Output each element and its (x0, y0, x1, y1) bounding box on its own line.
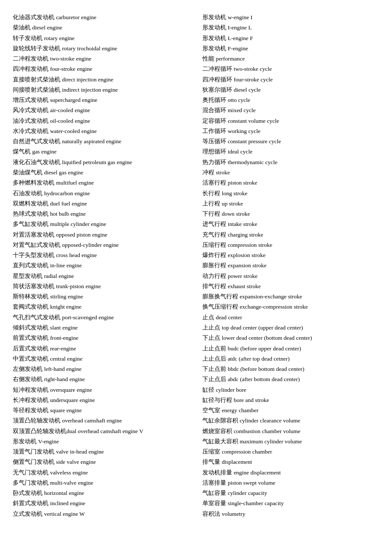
list-item: 空气室 energy chamber (202, 406, 379, 415)
list-item: 形发动机 I-engine L (202, 23, 379, 32)
list-item: 冲程 stroke (202, 168, 379, 177)
list-item: 奥托循环 otto cycle (202, 95, 379, 105)
list-item: 柴油机 diesel engine (13, 23, 190, 32)
list-item: 长行程 long stroke (202, 189, 379, 198)
list-item: 多种燃料发动机 multifuel engine (13, 178, 190, 188)
list-item: 多气门发动机 multi-valve engine (13, 478, 190, 488)
list-item: 斜置式发动机 inclined engine (13, 499, 190, 508)
list-item: 筒状活塞发动机 trunk-piston engine (13, 282, 190, 291)
list-item: 缸径 cylinder bore (202, 385, 379, 395)
list-item: 间接喷射式柴油机 indirect injection engine (13, 85, 190, 95)
list-item: 化油器式发动机 carburetor engine (13, 13, 190, 22)
list-item: 压缩室 compression chamber (202, 447, 379, 457)
list-item: 活塞排量 piston swept volume (202, 478, 379, 488)
list-item: 形发动机 F-engine (202, 44, 379, 53)
list-item: 狄塞尔循环 diesel cycle (202, 85, 379, 95)
list-item: 液化石油气发动机 liquified petroleum gas engine (13, 158, 190, 167)
list-item: 风冷式发动机 air-cooled engine (13, 106, 190, 115)
list-item: 燃烧室容积 combustion chamber volume (202, 427, 379, 436)
list-item: 下止点后 abdc (after bottom dead center) (202, 375, 379, 384)
list-item: 排气行程 exhaust stroke (202, 282, 379, 291)
list-item: 性能 performance (202, 54, 379, 64)
list-item: 等压循环 constant pressure cycle (202, 137, 379, 146)
list-item: 转子发动机 rotary engine (13, 34, 190, 43)
list-item: 倾斜式发动机 slant engine (13, 323, 190, 332)
list-item: 容积法 volumetry (202, 509, 379, 519)
list-item: 二冲程发动机 two-stroke engine (13, 54, 190, 64)
list-item: 斯特林发动机 stirling engine (13, 292, 190, 301)
list-item: 立式发动机 vertical engine W (13, 509, 190, 519)
list-item: 对置气缸式发动机 opposed-cylinder engine (13, 240, 190, 250)
right-column: 形发动机 w-engine I形发动机 I-engine L形发动机 L-eng… (198, 13, 379, 519)
list-item: 理想循环 ideal cycle (202, 147, 379, 156)
list-item: 十字头型发动机 cross head engine (13, 251, 190, 260)
list-item: 形发动机 L-engine F (202, 34, 379, 43)
list-item: 后置式发动机 rear-engine (13, 344, 190, 353)
list-item: 左侧发动机 left-hand engine (13, 364, 190, 374)
list-item: 右侧发动机 right-hand engine (13, 375, 190, 384)
list-item: 动力行程 power stroke (202, 272, 379, 281)
list-item: 石油发动机 hydrocarbon engine (13, 189, 190, 198)
list-item: 直列式发动机 in-line engine (13, 261, 190, 270)
list-item: 换气压缩行程 exchange-compression stroke (202, 302, 379, 312)
list-item: 定容循环 constant volume cycle (202, 116, 379, 126)
list-item: 下止点前 bbdc (before bottom dead center) (202, 364, 379, 374)
list-item: 排气量 displacement (202, 457, 379, 467)
list-item: 无气门发动机 valveless engine (13, 468, 190, 477)
list-item: 膨胀换气行程 expansion-exchange stroke (202, 292, 379, 301)
list-item: 等径程发动机 square engine (13, 406, 190, 415)
list-item: 形发动机 w-engine I (202, 13, 379, 22)
list-item: 直接喷射式柴油机 direct injection engine (13, 75, 190, 84)
list-item: 气孔扫气式发动机 port-scavenged engine (13, 313, 190, 322)
list-item: 热力循环 thermodynamic cycle (202, 158, 379, 167)
list-item: 缸径与行程 bore and stroke (202, 396, 379, 405)
list-item: 增压式发动机 supercharged engine (13, 95, 190, 105)
list-item: 下止点 lower dead center (bottom dead cente… (202, 333, 379, 343)
list-item: 卧式发动机 horizontal engine (13, 489, 190, 498)
left-column: 化油器式发动机 carburetor engine柴油机 diesel engi… (13, 13, 198, 519)
list-item: 四冲程循环 four-stroke cycle (202, 75, 379, 84)
list-item: 顶置气门发动机 valve in-head engine (13, 447, 190, 457)
list-item: 旋轮线转子发动机 rotary trochoidal engine (13, 44, 190, 53)
list-item: 柴油煤气机 diesel gas engine (13, 168, 190, 177)
list-item: 止点 dead center (202, 313, 379, 322)
list-item: 单室容量 single-chamber capacity (202, 499, 379, 508)
list-item: 自然进气式发动机 naturally aspirated engine (13, 137, 190, 146)
list-item: 中置式发动机 central engine (13, 354, 190, 364)
list-item: 水冷式发动机 water-cooled engine (13, 127, 190, 136)
list-item: 气缸最大容积 maximum cylinder volume (202, 437, 379, 446)
list-item: 膨胀行程 expansion stroke (202, 261, 379, 270)
list-item: 上止点后 atdc (after top dead cetner) (202, 354, 379, 364)
list-item: 进气行程 intake stroke (202, 220, 379, 229)
list-item: 前置式发动机 front-engine (13, 333, 190, 343)
list-item: 煤气机 gas engine (13, 147, 190, 156)
list-item: 压缩行程 compression stroke (202, 240, 379, 250)
list-item: 上止点前 budc (before upper dead center) (202, 344, 379, 353)
list-item: 下行程 down stroke (202, 209, 379, 219)
list-item: 短冲程发动机 oversquare engine (13, 385, 190, 395)
list-item: 上行程 up stroke (202, 199, 379, 208)
list-item: 双燃料发动机 duel fuel engine (13, 199, 190, 208)
list-item: 爆炸行程 explosion stroke (202, 251, 379, 260)
list-item: 侧置气门发动机 side valve engine (13, 457, 190, 467)
list-item: 星型发动机 radial engine (13, 272, 190, 281)
list-item: 气缸余隙容积 cylinder clearance volume (202, 416, 379, 425)
list-item: 上止点 top dead center (upper dead center) (202, 323, 379, 332)
list-item: 热球式发动机 hot bulb engine (13, 209, 190, 219)
list-item: 二冲程循环 two-stroke cycle (202, 64, 379, 74)
list-item: 长冲程发动机 undersquare engine (13, 396, 190, 405)
list-item: 四冲程发动机 four-stroke engine (13, 64, 190, 74)
list-item: 油冷式发动机 oil-cooled engine (13, 116, 190, 126)
list-item: 发动机排量 engine displacement (202, 468, 379, 477)
list-item: 工作循环 working cycle (202, 127, 379, 136)
list-item: 顶置凸轮轴发动机 overhead camshaft engine (13, 416, 190, 425)
list-item: 套阀式发动机 knight engine (13, 302, 190, 312)
list-item: 形发动机 V-engine (13, 437, 190, 446)
list-item: 双顶置凸轮轴发动机dual overhead camshaft engine V (13, 427, 190, 436)
list-item: 气缸容量 cylinder capacity (202, 489, 379, 498)
list-item: 充气行程 charging stroke (202, 230, 379, 240)
main-content: 化油器式发动机 carburetor engine柴油机 diesel engi… (13, 13, 379, 519)
list-item: 多气缸发动机 multiple cylinder engine (13, 220, 190, 229)
list-item: 混合循环 mixed cycle (202, 106, 379, 115)
list-item: 对置活塞发动机 opposed piston engine (13, 230, 190, 240)
